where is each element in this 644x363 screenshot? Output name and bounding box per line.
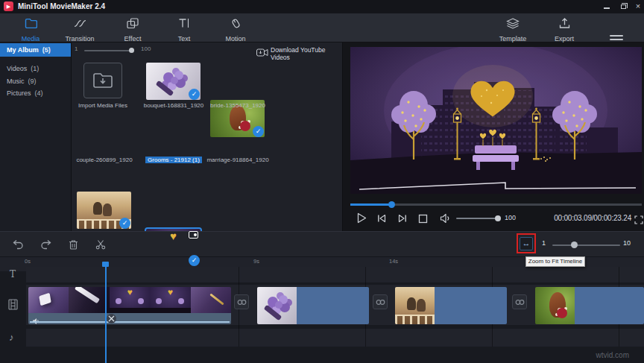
delete-button[interactable] — [69, 239, 78, 253]
volume-slider[interactable] — [456, 218, 499, 219]
sidebar-item-count: (9) — [28, 78, 37, 85]
library-zoom-handle[interactable] — [129, 48, 134, 53]
clip-duration-block — [575, 287, 644, 324]
library-zoom-min: 1 — [75, 45, 78, 52]
clip-duration-block — [435, 287, 507, 324]
youtube-download-icon — [256, 46, 268, 60]
transition-clip-icon[interactable] — [512, 294, 527, 309]
tab-template[interactable]: Template — [489, 18, 537, 44]
media-item-label: marriage-918864_1920 — [204, 157, 271, 163]
timeline-toolbar: ↔ 1 10 — [0, 231, 644, 257]
close-button[interactable]: × — [632, 0, 644, 13]
next-frame-button[interactable] — [397, 213, 408, 227]
effect-icon — [109, 18, 157, 30]
heart-icon: ♥ — [170, 230, 177, 242]
app-window: ▶ MiniTool MovieMaker 2.4 × Media Transi… — [0, 0, 644, 363]
video-preview[interactable] — [350, 47, 642, 194]
watermark: wtvid.com — [596, 351, 629, 359]
split-button[interactable] — [95, 239, 106, 253]
text-icon — [160, 18, 208, 30]
music-track-icon: ♪ — [9, 332, 14, 343]
timeline-clip-grooms-video[interactable]: ♥ ♥ — [28, 287, 231, 324]
preview-pane: 100 00:00:03.09/00:00:23.24 — [343, 42, 644, 231]
transition-icon — [56, 18, 104, 30]
filmstrip-frame — [69, 287, 109, 313]
tab-transition-label: Transition — [65, 35, 94, 42]
maximize-icon — [621, 4, 626, 9]
tab-motion[interactable]: Motion — [212, 18, 259, 44]
titlebar: ▶ MiniTool MovieMaker 2.4 × — [0, 0, 644, 13]
sidebar: My Album(5) Videos(1) Music(9) Pictures(… — [0, 42, 71, 231]
tab-motion-label: Motion — [225, 35, 245, 42]
download-youtube-link[interactable]: Download YouTube Videos — [271, 46, 342, 61]
media-item-label: bride-1355473_1920 — [204, 102, 271, 109]
volume-icon[interactable] — [440, 213, 452, 227]
sidebar-item-label: Pictures — [7, 89, 31, 97]
previous-frame-button[interactable] — [376, 213, 387, 227]
redo-button[interactable] — [40, 239, 52, 253]
play-button[interactable] — [356, 212, 367, 227]
timeline-zoom-slider[interactable] — [552, 244, 620, 246]
sidebar-item-count: (5) — [42, 46, 51, 54]
transition-clip-icon[interactable] — [234, 294, 249, 309]
filmstrip-frame — [28, 287, 69, 313]
sidebar-item-pictures[interactable]: Pictures(4) — [0, 87, 71, 100]
timeline-zoom-handle[interactable] — [571, 242, 578, 248]
sidebar-item-label: My Album — [7, 46, 39, 54]
tab-export-label: Export — [555, 35, 574, 42]
media-folder-icon — [7, 18, 54, 30]
music-track — [26, 329, 644, 347]
transition-clip-icon[interactable] — [373, 294, 388, 309]
time-display: 00:00:03.09/00:00:23.24 — [554, 214, 631, 222]
main-toolbar: Media Transition Effect Text Motion Temp… — [0, 13, 644, 42]
audio-fade-icon[interactable] — [107, 314, 116, 323]
timeline-clip-bouquet[interactable] — [257, 287, 369, 324]
text-track — [26, 267, 644, 282]
seek-handle[interactable] — [388, 201, 395, 208]
heart-icon: ♥ — [127, 287, 132, 297]
timeline-zoom-min: 1 — [542, 239, 546, 247]
sidebar-item-my-album[interactable]: My Album(5) — [0, 43, 71, 57]
audio-level-line — [30, 321, 230, 323]
seek-progress — [350, 203, 391, 206]
playhead[interactable] — [105, 262, 107, 363]
minimize-button[interactable] — [601, 0, 613, 13]
sidebar-item-videos[interactable]: Videos(1) — [0, 63, 71, 75]
maximize-button[interactable] — [617, 0, 629, 13]
tab-text[interactable]: Text — [160, 18, 208, 44]
tab-effect[interactable]: Effect — [109, 18, 157, 44]
tab-effect-label: Effect — [124, 35, 142, 42]
zoom-fit-tooltip: Zoom to Fit Timeline — [525, 256, 585, 267]
undo-button[interactable] — [12, 239, 24, 253]
clip-filmstrip: ♥ ♥ — [28, 287, 231, 313]
selected-item-label: Grooms - 21912 (1) — [145, 157, 202, 163]
fullscreen-icon[interactable] — [634, 214, 643, 227]
timeline-clip-couple[interactable] — [395, 287, 507, 324]
check-icon: ✓ — [189, 89, 200, 100]
video-track-icon — [8, 299, 18, 313]
tab-media[interactable]: Media — [7, 18, 54, 44]
stop-button[interactable] — [418, 213, 428, 227]
heart-icon: ♥ — [168, 287, 173, 297]
sidebar-item-count: (1) — [31, 65, 39, 72]
media-item-label: couple-260899_1920 — [71, 157, 138, 163]
media-item-bouquet[interactable]: ✓ — [146, 63, 201, 100]
sidebar-item-music[interactable]: Music(9) — [0, 75, 71, 88]
import-tile-label: Import Media Files — [69, 102, 136, 109]
motion-icon — [212, 18, 259, 30]
tab-transition[interactable]: Transition — [56, 18, 104, 44]
import-media-tile[interactable] — [83, 63, 122, 98]
filmstrip-frame: ♥ — [150, 287, 190, 313]
ruler-tick: 0s — [25, 258, 31, 265]
tab-export[interactable]: Export — [540, 18, 588, 44]
clip-audio-strip[interactable] — [28, 313, 231, 324]
timeline-clip-bride[interactable] — [535, 287, 644, 324]
volume-handle[interactable] — [495, 215, 501, 221]
annotation-highlight-box — [517, 233, 536, 253]
clip-thumbnail — [257, 287, 297, 324]
media-item-couple[interactable]: ✓ — [77, 192, 131, 229]
library-zoom-slider[interactable] — [84, 50, 134, 51]
seek-bar[interactable] — [350, 203, 642, 206]
speaker-icon — [32, 315, 40, 324]
playhead-handle[interactable] — [102, 262, 109, 267]
